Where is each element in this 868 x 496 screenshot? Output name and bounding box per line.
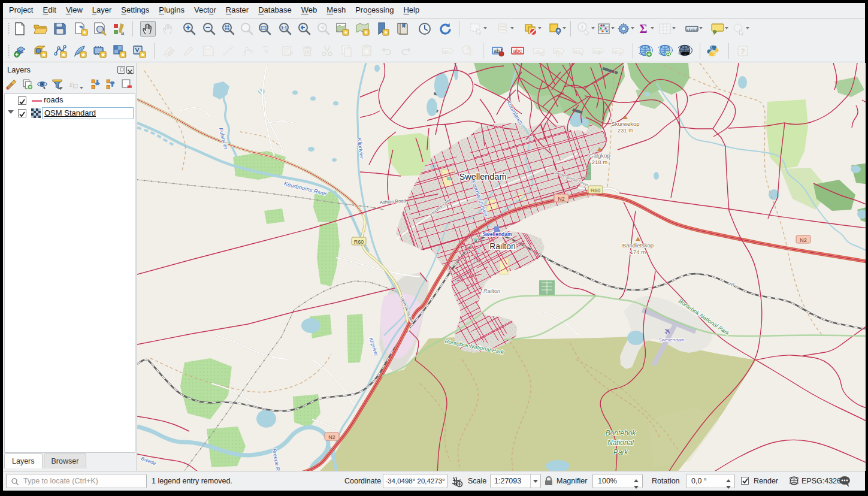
svg-text:1:1: 1:1 xyxy=(281,26,287,30)
svg-text:Bandietskop: Bandietskop xyxy=(622,242,654,249)
svg-text:ab: ab xyxy=(494,48,500,54)
svg-text:Swellendam: Swellendam xyxy=(459,172,507,182)
svg-text:N2: N2 xyxy=(800,237,807,243)
svg-text:a: a xyxy=(121,30,124,36)
svg-text:N2: N2 xyxy=(328,434,335,440)
svg-text:i: i xyxy=(582,24,583,31)
svg-text:abc: abc xyxy=(513,48,522,54)
svg-text:?: ? xyxy=(740,47,745,56)
svg-text:Swellendam: Swellendam xyxy=(658,337,685,343)
svg-text:Swellendam: Swellendam xyxy=(482,231,512,237)
svg-text:N2: N2 xyxy=(558,196,565,202)
svg-text:Σ: Σ xyxy=(639,22,647,35)
svg-text:abc: abc xyxy=(574,49,581,54)
svg-text:231 m: 231 m xyxy=(618,127,633,134)
svg-text:abc: abc xyxy=(613,49,621,54)
svg-text:Galgkop: Galgkop xyxy=(589,152,610,159)
svg-text:/x: /x xyxy=(263,47,269,55)
svg-text:R60: R60 xyxy=(354,239,364,245)
svg-text:National: National xyxy=(607,438,634,447)
svg-text:174 m: 174 m xyxy=(630,249,646,255)
svg-text:abc: abc xyxy=(594,49,601,54)
svg-text:R60: R60 xyxy=(591,187,601,193)
svg-text:Railton: Railton xyxy=(489,241,516,251)
svg-text:ε: ε xyxy=(69,80,73,89)
svg-text:abc: abc xyxy=(443,49,450,54)
svg-text:218 m: 218 m xyxy=(592,159,607,165)
svg-text:Park: Park xyxy=(613,448,629,456)
svg-text:B: B xyxy=(731,282,734,288)
svg-text:ab: ab xyxy=(536,49,540,54)
svg-text:Skurwekop: Skurwekop xyxy=(612,120,640,127)
svg-text:Railton: Railton xyxy=(483,288,500,294)
svg-text:Bontebok: Bontebok xyxy=(606,429,637,437)
